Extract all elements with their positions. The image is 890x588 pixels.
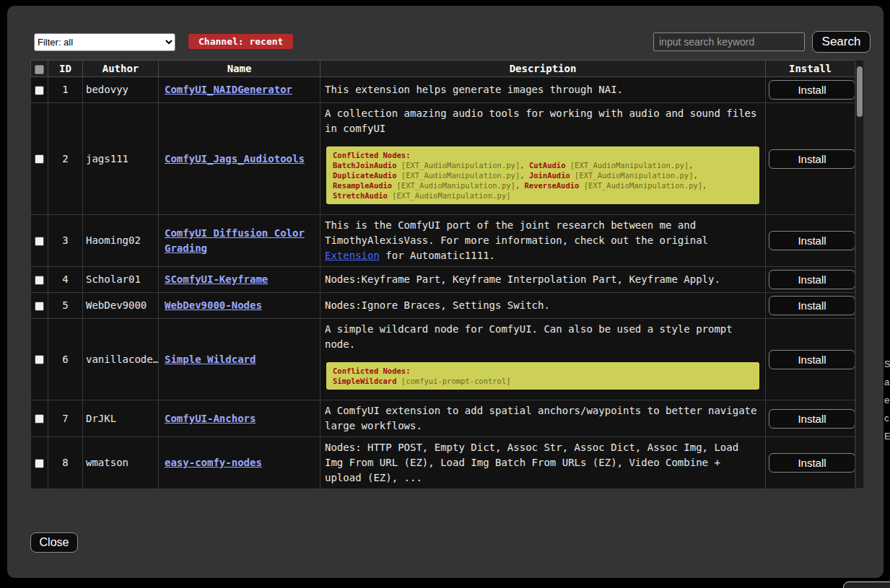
table-header-row: ID Author Name Description Install [31, 61, 855, 77]
node-name-link[interactable]: Simple Wildcard [165, 354, 256, 365]
conflict-items: BatchJoinAudio [EXT_AudioManipulation.py… [333, 160, 753, 201]
node-name-link[interactable]: ComfyUI_NAIDGenerator [165, 84, 292, 95]
row-checkbox[interactable] [35, 237, 44, 246]
filter-select[interactable]: Filter: all [34, 33, 175, 51]
row-checkbox[interactable] [35, 276, 44, 285]
table-row: 1bedovyyComfyUI_NAIDGeneratorThis extens… [31, 77, 855, 103]
row-id: 5 [48, 293, 83, 319]
conflict-node-name: SimpleWildcard [333, 377, 397, 385]
node-name-link[interactable]: ComfyUI_Jags_Audiotools [165, 153, 305, 164]
table-body: 1bedovyyComfyUI_NAIDGeneratorThis extens… [31, 77, 855, 489]
header-description: Description [320, 61, 766, 77]
search-input[interactable] [653, 32, 805, 51]
row-id: 7 [48, 400, 83, 437]
conflict-node-ref: [EXT_AudioManipulation.py] [584, 181, 702, 190]
conflict-node-name: CutAudio [529, 161, 566, 170]
install-button[interactable]: Install [769, 270, 855, 289]
row-name-cell: SComfyUI-Keyframe [159, 267, 320, 293]
conflict-node-ref: [EXT_AudioManipulation.py] [401, 171, 520, 180]
header-install: Install [766, 61, 855, 77]
header-name: Name [159, 61, 320, 77]
row-author: Scholar01 [83, 267, 159, 293]
row-checkbox[interactable] [35, 86, 44, 95]
node-name-link[interactable]: ComfyUI-Anchors [165, 413, 256, 424]
conflict-label: Conflicted Nodes: [333, 150, 753, 160]
select-all-checkbox[interactable] [35, 65, 44, 74]
row-checkbox-cell [31, 103, 48, 215]
install-button[interactable]: Install [769, 453, 855, 473]
row-checkbox[interactable] [35, 302, 44, 311]
row-author: jags111 [83, 103, 159, 215]
row-description: A collection amazing audio tools for wor… [325, 106, 761, 136]
row-name-cell: ComfyUI Diffusion Color Grading [159, 215, 320, 267]
conflict-warning: Conflicted Nodes:SimpleWildcard [comfyui… [326, 362, 759, 390]
row-name-cell: ComfyUI_Jags_Audiotools [159, 103, 320, 215]
close-button[interactable]: Close [30, 532, 78, 553]
row-description: A simple wildcard node for ComfyUI. Can … [325, 322, 761, 352]
row-checkbox[interactable] [35, 154, 44, 164]
node-name-link[interactable]: WebDev9000-Nodes [165, 299, 262, 311]
table-scrollbar-thumb[interactable] [857, 66, 863, 117]
row-name-cell: easy-comfy-nodes [159, 437, 320, 489]
conflict-node-ref: [EXT_AudioManipulation.py] [570, 161, 689, 170]
table-row: 2jags111ComfyUI_Jags_AudiotoolsA collect… [31, 103, 855, 215]
row-checkbox[interactable] [35, 355, 44, 364]
edge-fragment: S [884, 359, 890, 377]
conflict-node-name: BatchJoinAudio [333, 161, 397, 170]
node-name-link[interactable]: ComfyUI Diffusion Color Grading [165, 227, 305, 254]
row-description-cell: Nodes:Keyframe Part, Keyframe Interpolat… [320, 267, 766, 293]
row-description: Nodes:Keyframe Part, Keyframe Interpolat… [325, 272, 761, 287]
conflict-node-name: StretchAudio [333, 191, 388, 200]
node-name-link[interactable]: SComfyUI-Keyframe [165, 273, 268, 285]
row-install-cell: Install [766, 319, 855, 400]
row-install-cell: Install [766, 215, 855, 267]
row-checkbox[interactable] [35, 459, 44, 468]
edge-fragment: e [884, 395, 890, 413]
row-description-cell: Nodes: HTTP POST, Empty Dict, Assoc Str,… [320, 437, 766, 489]
edge-fragment: E [884, 431, 890, 449]
install-button[interactable]: Install [769, 409, 855, 429]
row-install-cell: Install [766, 267, 855, 293]
conflict-node-ref: [EXT_AudioManipulation.py] [575, 171, 693, 180]
conflict-node-name: DuplicateAudio [333, 171, 397, 180]
row-description-cell: A ComfyUI extension to add spatial ancho… [320, 400, 766, 437]
install-button[interactable]: Install [769, 350, 855, 369]
page: { "toolbar": { "filter_value": "Filter: … [0, 0, 890, 588]
search-button[interactable]: Search [812, 31, 871, 53]
table-row: 7DrJKLComfyUI-AnchorsA ComfyUI extension… [31, 400, 855, 437]
header-author: Author [83, 61, 159, 77]
install-button[interactable]: Install [769, 296, 855, 315]
row-description-cell: This is the ComfyUI port of the joint re… [320, 215, 766, 267]
table-row: 5WebDev9000WebDev9000-NodesNodes:Ignore … [31, 293, 855, 319]
row-id: 8 [48, 437, 83, 489]
row-id: 6 [48, 319, 83, 400]
install-button[interactable]: Install [769, 231, 855, 250]
row-description: Nodes: HTTP POST, Empty Dict, Assoc Str,… [325, 440, 761, 486]
row-description: A ComfyUI extension to add spatial ancho… [325, 403, 761, 434]
row-id: 2 [48, 103, 83, 215]
row-author: bedovyy [83, 77, 159, 103]
conflict-label: Conflicted Nodes: [333, 366, 753, 376]
row-checkbox[interactable] [35, 414, 44, 424]
table-row: 4Scholar01SComfyUI-KeyframeNodes:Keyfram… [31, 267, 855, 293]
description-link[interactable]: Extension [325, 250, 380, 261]
row-author: vanillacode… [83, 319, 159, 400]
row-install-cell: Install [766, 400, 855, 437]
row-id: 1 [48, 77, 83, 103]
table-scrollbar[interactable] [855, 60, 864, 488]
row-author: DrJKL [83, 400, 159, 437]
row-author: WebDev9000 [83, 293, 159, 319]
partial-button[interactable] [843, 582, 890, 588]
row-name-cell: Simple Wildcard [159, 319, 320, 400]
install-button[interactable]: Install [769, 80, 855, 100]
table-row: 3Haoming02ComfyUI Diffusion Color Gradin… [31, 215, 855, 267]
row-id: 3 [48, 215, 83, 267]
table-scroll-area: ID Author Name Description Install 1bedo… [30, 60, 855, 488]
install-custom-nodes-dialog: Filter: all Channel: recent Search ID Au… [7, 6, 884, 578]
row-description: This is the ComfyUI port of the joint re… [325, 218, 761, 263]
row-id: 4 [48, 267, 83, 293]
row-description-cell: This extension helps generate images thr… [320, 77, 766, 103]
install-button[interactable]: Install [769, 149, 855, 169]
row-install-cell: Install [766, 293, 855, 319]
node-name-link[interactable]: easy-comfy-nodes [165, 457, 262, 468]
